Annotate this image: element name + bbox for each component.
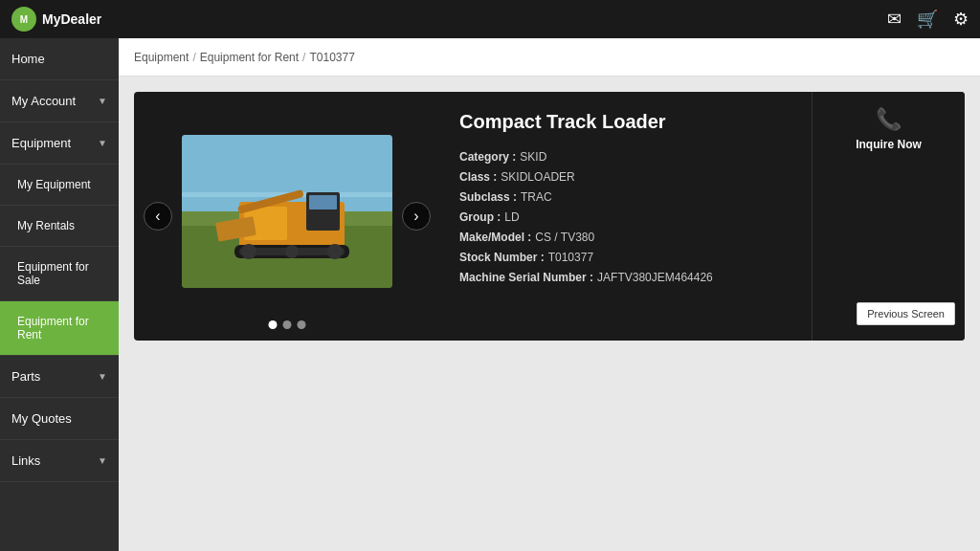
svg-rect-7	[309, 195, 337, 209]
next-image-button[interactable]: ›	[402, 202, 431, 231]
sidebar-item-my-quotes[interactable]: My Quotes	[0, 398, 119, 440]
right-panel: 📞 Inquire Now Previous Screen	[812, 92, 965, 341]
image-dots	[269, 320, 306, 329]
sidebar-item-label: My Equipment	[17, 178, 91, 191]
detail-label-make-model: Make/Model :	[459, 231, 531, 244]
main-content: Equipment / Equipment for Rent / T010377…	[119, 38, 980, 551]
breadcrumb-equipment[interactable]: Equipment	[134, 51, 189, 64]
sidebar-item-home[interactable]: Home	[0, 38, 119, 80]
header-icons: ✉ 🛒 ⚙	[887, 9, 969, 30]
svg-point-10	[241, 244, 256, 259]
equipment-card: ‹	[134, 92, 965, 341]
detail-class: Class : SKIDLOADER	[459, 170, 792, 184]
sidebar-item-label: My Quotes	[11, 411, 72, 426]
sidebar-item-label: My Rentals	[17, 219, 75, 232]
sidebar-item-label: Parts	[11, 369, 40, 384]
sidebar-item-equipment[interactable]: Equipment ▼	[0, 122, 119, 165]
chevron-down-icon: ▼	[98, 138, 107, 148]
prev-image-button[interactable]: ‹	[144, 202, 172, 231]
detail-group: Group : LD	[459, 210, 792, 224]
previous-screen-button[interactable]: Previous Screen	[857, 302, 955, 325]
detail-value-serial-number: JAFTV380JEM464426	[597, 271, 713, 284]
content-area: ‹	[119, 77, 980, 551]
detail-label-group: Group :	[459, 210, 501, 224]
sidebar-item-label: Equipment for Rent	[17, 315, 107, 342]
settings-icon[interactable]: ⚙	[953, 9, 969, 30]
image-section: ‹	[134, 92, 440, 341]
cart-icon[interactable]: 🛒	[917, 9, 938, 30]
chevron-right-icon: ›	[413, 208, 418, 225]
detail-label-stock-number: Stock Number :	[459, 251, 545, 264]
detail-label-subclass: Subclass :	[459, 190, 517, 204]
sidebar-item-label: Home	[11, 52, 45, 66]
breadcrumb-stock: T010377	[309, 51, 354, 64]
chevron-down-icon: ▼	[98, 371, 107, 382]
chevron-down-icon: ▼	[98, 455, 107, 466]
svg-point-12	[285, 245, 299, 258]
sidebar: Home My Account ▼ Equipment ▼ My Equipme…	[0, 38, 119, 551]
inquire-section: 📞 Inquire Now	[856, 107, 922, 151]
svg-point-11	[327, 244, 343, 259]
image-dot-3[interactable]	[298, 320, 306, 329]
equipment-title: Compact Track Loader	[459, 111, 792, 133]
detail-subclass: Subclass : TRAC	[459, 190, 792, 204]
details-section: Compact Track Loader Category : SKID Cla…	[440, 92, 812, 341]
layout: Home My Account ▼ Equipment ▼ My Equipme…	[0, 38, 980, 551]
detail-category: Category : SKID	[459, 150, 792, 164]
breadcrumb-sep2: /	[302, 51, 305, 64]
detail-label-class: Class :	[459, 170, 497, 184]
sidebar-item-label: Equipment for Sale	[17, 260, 107, 287]
detail-value-category: SKID	[520, 150, 546, 164]
sidebar-item-links[interactable]: Links ▼	[0, 440, 119, 482]
sidebar-item-equipment-for-sale[interactable]: Equipment for Sale	[0, 247, 119, 301]
sidebar-item-my-equipment[interactable]: My Equipment	[0, 165, 119, 206]
breadcrumb-sep: /	[192, 51, 195, 64]
detail-value-group: LD	[504, 210, 519, 224]
chevron-left-icon: ‹	[155, 208, 160, 225]
detail-value-make-model: CS / TV380	[535, 231, 594, 244]
logo-icon: M	[11, 7, 36, 32]
sidebar-item-label: Equipment	[11, 136, 71, 150]
sidebar-item-label: My Account	[11, 94, 76, 108]
header: M MyDealer ✉ 🛒 ⚙	[0, 0, 980, 38]
image-dot-1[interactable]	[269, 320, 278, 329]
breadcrumb-equipment-rent[interactable]: Equipment for Rent	[200, 51, 299, 64]
breadcrumb: Equipment / Equipment for Rent / T010377	[119, 38, 980, 77]
detail-label-serial-number: Machine Serial Number :	[459, 271, 593, 284]
sidebar-item-my-account[interactable]: My Account ▼	[0, 80, 119, 122]
detail-serial-number: Machine Serial Number : JAFTV380JEM46442…	[459, 271, 792, 284]
detail-make-model: Make/Model : CS / TV380	[459, 231, 792, 244]
sidebar-item-label: Links	[11, 453, 40, 468]
image-dot-2[interactable]	[283, 320, 292, 329]
sidebar-item-parts[interactable]: Parts ▼	[0, 356, 119, 398]
detail-stock-number: Stock Number : T010377	[459, 251, 792, 264]
phone-icon: 📞	[876, 107, 902, 132]
logo[interactable]: M MyDealer	[11, 7, 101, 32]
sidebar-item-equipment-for-rent[interactable]: Equipment for Rent	[0, 301, 119, 356]
sidebar-item-my-rentals[interactable]: My Rentals	[0, 206, 119, 247]
chevron-down-icon: ▼	[98, 96, 107, 106]
detail-value-stock-number: T010377	[548, 251, 593, 264]
detail-value-class: SKIDLOADER	[501, 170, 574, 184]
equipment-image	[182, 135, 392, 288]
inquire-label[interactable]: Inquire Now	[856, 138, 922, 151]
detail-value-subclass: TRAC	[521, 190, 552, 204]
logo-text: MyDealer	[42, 11, 101, 27]
detail-label-category: Category :	[459, 150, 516, 164]
mail-icon[interactable]: ✉	[887, 9, 902, 30]
